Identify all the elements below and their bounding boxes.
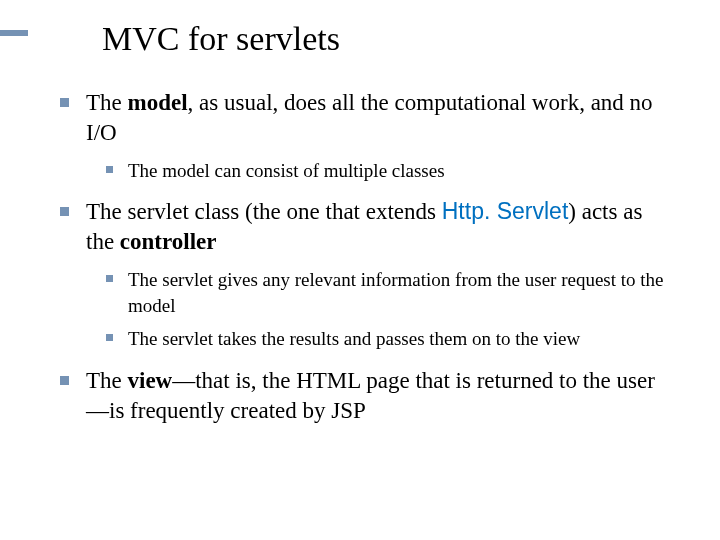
text: The servlet class (the one that extends	[86, 199, 442, 224]
text-bold: controller	[120, 229, 217, 254]
sub-bullet: The model can consist of multiple classe…	[104, 158, 670, 184]
sub-bullet: The servlet takes the results and passes…	[104, 326, 670, 352]
text-bold: view	[128, 368, 173, 393]
text: The servlet takes the results and passes…	[128, 328, 580, 349]
bullet-model: The model, as usual, does all the comput…	[58, 88, 670, 183]
accent-bar	[0, 30, 28, 36]
text: The	[86, 90, 128, 115]
text: —that is, the HTML page that is returned…	[86, 368, 655, 423]
sub-list: The servlet gives any relevant informati…	[86, 267, 670, 352]
text-bold: model	[128, 90, 188, 115]
bullet-list: The model, as usual, does all the comput…	[50, 88, 670, 426]
code-text: Http. Servlet	[442, 198, 569, 224]
slide-title: MVC for servlets	[102, 20, 670, 58]
bullet-controller: The servlet class (the one that extends …	[58, 197, 670, 352]
text: The	[86, 368, 128, 393]
sub-list: The model can consist of multiple classe…	[86, 158, 670, 184]
text: The model can consist of multiple classe…	[128, 160, 445, 181]
text: The servlet gives any relevant informati…	[128, 269, 664, 316]
slide: MVC for servlets The model, as usual, do…	[0, 0, 720, 540]
sub-bullet: The servlet gives any relevant informati…	[104, 267, 670, 318]
bullet-view: The view—that is, the HTML page that is …	[58, 366, 670, 426]
